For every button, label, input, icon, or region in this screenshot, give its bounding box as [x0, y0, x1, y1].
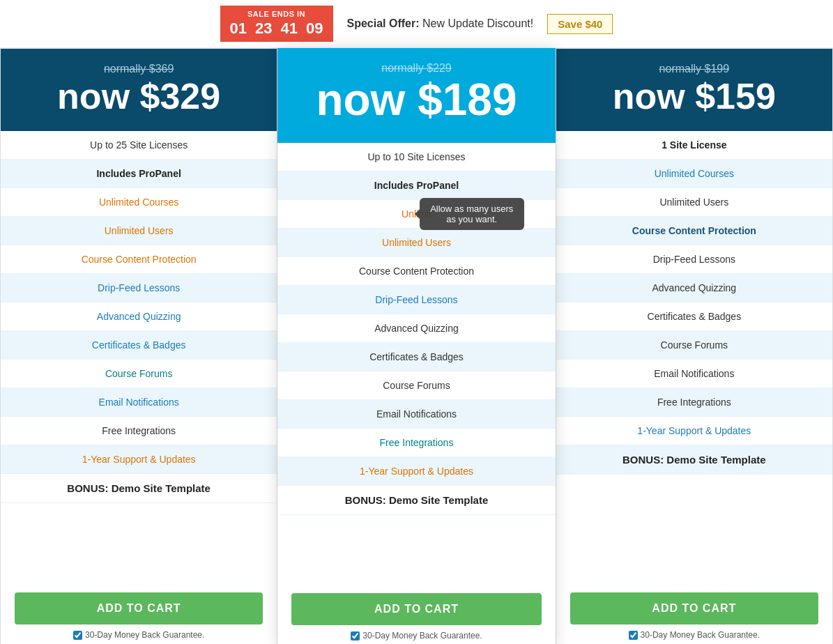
top-bar: SALE ENDS IN 01 23 41 09 Special Offer: …	[0, 0, 833, 48]
original-price: normally $199	[570, 63, 818, 75]
feature-item: Includes ProPanel	[1, 160, 277, 188]
features-list: 1 Site LicenseUnlimited CoursesUnlimited…	[556, 131, 832, 581]
feature-item: 1-Year Support & Updates	[556, 417, 832, 445]
feature-item: Course Forums	[556, 331, 832, 360]
plan-plan-25: normally $369now $329Up to 25 Site Licen…	[0, 48, 277, 644]
plan-plan-10: normally $229now $189Up to 10 Site Licen…	[277, 48, 555, 644]
feature-item: Drip-Feed Lessons	[1, 274, 277, 302]
feature-item: Free Integrations	[1, 417, 277, 445]
feature-item: Course Forums	[277, 371, 555, 400]
countdown-s2: 09	[306, 20, 323, 38]
feature-item: Course Content Protection	[277, 257, 555, 286]
plan-footer: ADD TO CART 30-Day Money Back Guarantee.	[556, 581, 832, 644]
feature-item: Advanced Quizzing	[556, 274, 832, 302]
feature-item: 1 Site License	[556, 131, 832, 160]
guarantee-text: 30-Day Money Back Guarantee.	[570, 630, 818, 640]
add-to-cart-button[interactable]: ADD TO CART	[15, 592, 263, 624]
feature-item: Certificates & Badges	[1, 331, 277, 360]
feature-item: Email Notifications	[277, 400, 555, 429]
feature-item: 1-Year Support & Updates	[1, 445, 277, 474]
feature-item: Drip-Feed Lessons	[277, 286, 555, 314]
features-list: Up to 10 Site LicensesIncludes ProPanelU…	[277, 143, 555, 582]
feature-item: Email Notifications	[556, 360, 832, 388]
tooltip-trigger: UnlimitAllow as many users as you want.	[402, 208, 431, 220]
feature-item: Certificates & Badges	[277, 343, 555, 371]
countdown-m: 23	[255, 20, 272, 38]
now-price: now $189	[291, 77, 541, 122]
feature-item: Drip-Feed Lessons	[556, 245, 832, 274]
feature-item: Up to 25 Site Licenses	[1, 131, 277, 160]
feature-item: Course Forums	[1, 360, 277, 388]
guarantee-checkbox[interactable]	[629, 631, 638, 640]
countdown-s1: 41	[281, 20, 298, 38]
add-to-cart-button[interactable]: ADD TO CART	[291, 593, 541, 625]
feature-item: Includes ProPanel	[277, 171, 555, 200]
feature-item: UnlimitAllow as many users as you want.	[277, 200, 555, 229]
original-price: normally $369	[15, 63, 263, 75]
feature-item: BONUS: Demo Site Template	[277, 486, 555, 515]
feature-item: Course Content Protection	[556, 217, 832, 245]
pricing-grid: normally $369now $329Up to 25 Site Licen…	[0, 48, 833, 644]
countdown: 01 23 41 09	[230, 20, 323, 38]
plan-header-0: normally $369now $329	[1, 49, 277, 131]
feature-item: Unlimited Users	[1, 217, 277, 245]
add-to-cart-button[interactable]: ADD TO CART	[570, 592, 818, 624]
sale-badge: SALE ENDS IN 01 23 41 09	[220, 6, 333, 42]
original-price: normally $229	[291, 62, 541, 75]
guarantee-checkbox[interactable]	[73, 631, 82, 640]
guarantee-text: 30-Day Money Back Guarantee.	[15, 630, 263, 640]
feature-item: 1-Year Support & Updates	[277, 457, 555, 486]
feature-item: Certificates & Badges	[556, 302, 832, 331]
feature-item: BONUS: Demo Site Template	[556, 445, 832, 475]
plan-footer: ADD TO CART 30-Day Money Back Guarantee.	[1, 581, 277, 644]
feature-item: Up to 10 Site Licenses	[277, 143, 555, 171]
feature-item: Advanced Quizzing	[277, 314, 555, 343]
guarantee-label: 30-Day Money Back Guarantee.	[85, 630, 204, 640]
now-price: now $329	[15, 78, 263, 114]
plan-footer: ADD TO CART 30-Day Money Back Guarantee.	[277, 582, 555, 644]
plan-plan-1: normally $199now $1591 Site LicenseUnlim…	[556, 48, 833, 644]
feature-item: Unlimited Users	[277, 229, 555, 257]
feature-item: Free Integrations	[277, 429, 555, 457]
feature-item: Email Notifications	[1, 388, 277, 417]
plan-header-1: normally $229now $189	[277, 48, 555, 143]
feature-item: BONUS: Demo Site Template	[1, 474, 277, 503]
now-price: now $159	[570, 78, 818, 114]
countdown-h: 01	[230, 20, 247, 38]
feature-item: Advanced Quizzing	[1, 302, 277, 331]
tooltip-box: Allow as many users as you want.	[420, 198, 524, 230]
save-button[interactable]: Save $40	[547, 14, 613, 34]
feature-item: Unlimited Users	[556, 188, 832, 217]
feature-item: Unlimited Courses	[556, 160, 832, 188]
features-list: Up to 25 Site LicensesIncludes ProPanelU…	[1, 131, 277, 581]
guarantee-label: 30-Day Money Back Guarantee.	[362, 631, 482, 641]
feature-item: Course Content Protection	[1, 245, 277, 274]
guarantee-text: 30-Day Money Back Guarantee.	[291, 631, 541, 641]
special-offer-text: Special Offer: New Update Discount!	[347, 17, 534, 30]
guarantee-label: 30-Day Money Back Guarantee.	[641, 630, 760, 640]
feature-item: Unlimited Courses	[1, 188, 277, 217]
guarantee-checkbox[interactable]	[351, 631, 360, 641]
feature-item: Free Integrations	[556, 388, 832, 417]
sale-label: SALE ENDS IN	[230, 10, 323, 18]
plan-header-2: normally $199now $159	[556, 49, 832, 131]
